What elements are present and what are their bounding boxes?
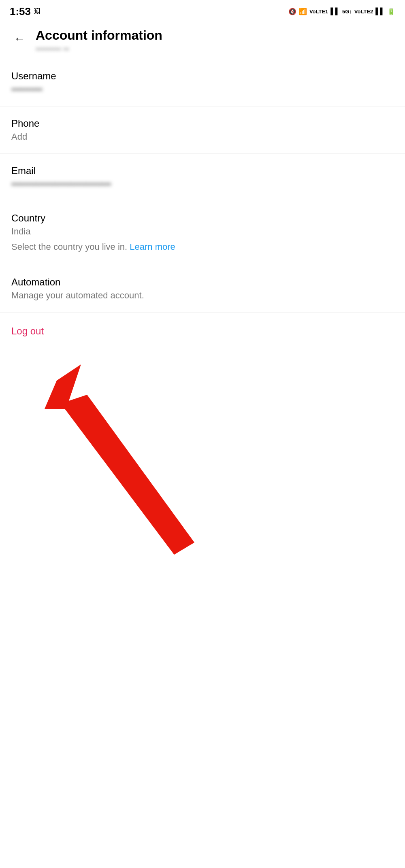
signal2-icon: ▌▌ — [375, 8, 385, 15]
wifi-icon: 📶 — [299, 8, 307, 15]
annotation-arrow — [24, 356, 227, 559]
username-value: •••••••••• — [11, 84, 394, 95]
mute-icon: 🔇 — [288, 8, 296, 15]
5g-icon: 5G↑ — [342, 9, 352, 15]
email-label: Email — [11, 165, 394, 177]
phone-label: Phone — [11, 118, 394, 129]
phone-section[interactable]: Phone Add — [0, 106, 405, 154]
phone-value: Add — [11, 132, 394, 142]
volte2-icon: VoLTE2 — [354, 9, 373, 15]
status-time: 1:53 — [10, 5, 31, 18]
logout-button[interactable]: Log out — [11, 326, 44, 337]
header-text: Account information ••••••••• •• — [36, 28, 395, 54]
username-section[interactable]: Username •••••••••• — [0, 59, 405, 106]
page-wrapper: 1:53 🖼 🔇 📶 VoLTE1 ▌▌ 5G↑ VoLTE2 ▌▌ 🔋 ← A… — [0, 0, 405, 868]
status-bar-left: 1:53 🖼 — [10, 5, 40, 18]
back-arrow-icon: ← — [14, 32, 25, 45]
arrow-svg — [24, 356, 227, 559]
country-description-text: Select the country you live in. — [11, 242, 130, 252]
email-value: •••••••••••••••••••••••••••••••• — [11, 179, 394, 189]
country-section[interactable]: Country India Select the country you liv… — [0, 201, 405, 265]
battery-icon: 🔋 — [387, 8, 395, 15]
page-header: ← Account information ••••••••• •• — [0, 21, 405, 59]
volte1-icon: VoLTE1 — [309, 9, 328, 15]
status-bar: 1:53 🖼 🔇 📶 VoLTE1 ▌▌ 5G↑ VoLTE2 ▌▌ 🔋 — [0, 0, 405, 21]
content-area: Username •••••••••• Phone Add Email ••••… — [0, 59, 405, 350]
country-label: Country — [11, 213, 394, 224]
status-bar-right: 🔇 📶 VoLTE1 ▌▌ 5G↑ VoLTE2 ▌▌ 🔋 — [288, 8, 395, 15]
automation-label: Automation — [11, 277, 394, 288]
svg-marker-1 — [45, 364, 194, 555]
automation-section[interactable]: Automation Manage your automated account… — [0, 265, 405, 313]
learn-more-link[interactable]: Learn more — [130, 242, 175, 252]
country-value: India — [11, 226, 394, 237]
header-subtitle: ••••••••• •• — [36, 45, 395, 54]
username-label: Username — [11, 70, 394, 82]
photo-icon: 🖼 — [34, 8, 40, 15]
country-description: Select the country you live in. Learn mo… — [11, 241, 394, 253]
automation-value: Manage your automated account. — [11, 290, 394, 301]
page-title: Account information — [36, 28, 395, 43]
back-button[interactable]: ← — [10, 29, 29, 49]
signal1-icon: ▌▌ — [330, 8, 340, 15]
email-section[interactable]: Email •••••••••••••••••••••••••••••••• — [0, 154, 405, 201]
logout-section: Log out — [0, 313, 405, 350]
